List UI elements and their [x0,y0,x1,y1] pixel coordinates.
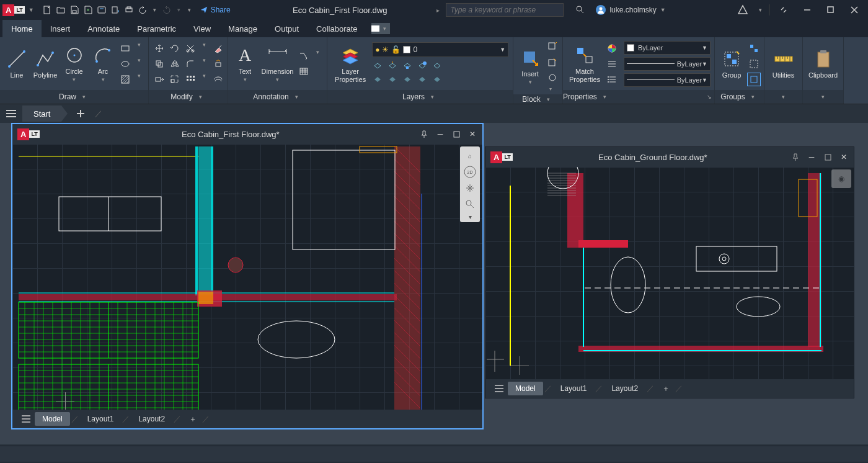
leader-icon[interactable] [297,49,311,63]
layer-make-current-icon[interactable] [417,60,428,71]
panel-block-footer[interactable]: Block ▾ [513,94,562,104]
panel-modify-footer[interactable]: Modify ▾ [149,90,228,104]
layout-tab-layout2[interactable]: Layout2 [131,412,172,426]
tab-insert[interactable]: Insert [42,20,79,37]
search-icon[interactable] [575,4,585,16]
layout-tab-layout1[interactable]: Layout1 [553,382,595,395]
pin-icon[interactable] [790,152,800,162]
window2-titlebar[interactable]: ALT Eco Cabin_Ground Floor.dwg* ─ ✕ [485,147,854,167]
ribbon-featured-apps[interactable]: ▾ [371,23,390,34]
text-button[interactable]: AText ▾ [232,43,258,84]
lines-icon[interactable] [605,57,619,71]
match-properties-button[interactable]: Match Properties [567,43,603,84]
hatch-dropdown[interactable]: ▾ [138,73,141,86]
layer-freeze-icon[interactable] [387,60,398,71]
group-bbox-icon[interactable] [747,73,761,86]
tab-annotate[interactable]: Annotate [79,20,128,37]
fillet-icon[interactable] [184,57,197,71]
drawing-window-1[interactable]: ALT Eco Cabin_First Floor.dwg* ─ ✕ [11,123,484,429]
filetab-menu-icon[interactable] [2,106,20,121]
minimize-icon[interactable]: ─ [807,152,817,162]
array-icon[interactable] [184,73,197,86]
open-web-icon[interactable] [95,4,108,16]
utilities-button[interactable]: Utilities [769,47,799,80]
layer-off-icon[interactable] [372,60,383,71]
undo-icon[interactable] [136,4,149,16]
explode-icon[interactable] [211,57,225,71]
hatch-icon[interactable] [118,73,132,86]
pin-icon[interactable] [419,129,429,139]
layout-tab-model[interactable]: Model [35,412,70,426]
maximize-icon[interactable] [451,129,461,139]
move-icon[interactable] [153,42,166,55]
filetab-start[interactable]: Start [22,106,61,122]
drawing-window-2[interactable]: ALT Eco Cabin_Ground Floor.dwg* ─ ✕ [485,146,854,398]
layout-menu-icon[interactable] [490,381,508,396]
rotate-icon[interactable] [168,42,182,55]
layer-unlock-icon[interactable] [402,74,413,85]
tab-view[interactable]: View [185,20,219,37]
window1-titlebar[interactable]: ALT Eco Cabin_First Floor.dwg* ─ ✕ [12,124,482,144]
layer-lock-icon[interactable] [402,60,413,71]
layout-menu-icon[interactable] [17,411,35,426]
panel-clipboard-footer[interactable]: ▾ [803,90,843,104]
compass-icon[interactable]: ◉ [834,171,849,186]
share-button[interactable]: Share [200,6,231,14]
expand-icon[interactable] [773,1,795,19]
tab-manage[interactable]: Manage [219,20,266,37]
navbar-2[interactable]: ◉ [831,169,851,188]
qat-customize-dropdown[interactable]: ▾ [188,7,191,13]
panel-groups-footer[interactable]: Groups ▾ [715,90,764,104]
scale-icon[interactable] [168,73,182,86]
search-input[interactable] [446,3,564,17]
maximize-icon[interactable] [823,152,833,162]
window1-canvas[interactable]: ⌂ 2D ▾ [12,144,482,410]
dimension-button[interactable]: Dimension ▾ [260,43,294,84]
window2-canvas[interactable]: ◉ [485,167,854,379]
new-icon[interactable] [41,4,53,16]
open-icon[interactable] [55,4,67,16]
layout-tab-layout1[interactable]: Layout1 [80,412,122,426]
tab-output[interactable]: Output [266,20,308,37]
pan-icon[interactable] [463,181,477,196]
layer-properties-button[interactable]: Layer Properties [331,43,370,84]
search-expand-icon[interactable]: ▸ [436,7,440,14]
ellipse-dropdown[interactable]: ▾ [138,57,141,71]
arc-button[interactable]: Arc ▾ [90,43,116,84]
maximize-button[interactable] [820,1,842,19]
plot-icon[interactable] [123,4,135,16]
rectangle-icon[interactable] [118,42,132,55]
offset-icon[interactable] [211,73,225,86]
tab-parametric[interactable]: Parametric [128,20,185,37]
close-icon[interactable]: ✕ [839,152,849,162]
layer-thaw-icon[interactable] [387,74,398,85]
layout-new-icon[interactable]: ＋ [185,411,201,427]
compass-icon[interactable]: 2D [463,164,477,179]
rectangle-dropdown[interactable]: ▾ [138,42,141,55]
group-button[interactable]: Group [719,47,745,80]
insert-block-button[interactable]: Insert ▾ [517,45,543,87]
layer-on-icon[interactable] [417,74,428,85]
clipboard-button[interactable]: Clipboard [807,47,839,80]
panel-annotation-footer[interactable]: Annotation ▾ [228,90,327,104]
layout-new-icon[interactable]: ＋ [658,380,674,397]
lineweight-dropdown[interactable]: ByLayer▼ [624,57,711,71]
close-icon[interactable]: ✕ [467,129,477,139]
tab-collaborate[interactable]: Collaborate [308,20,366,37]
user-menu[interactable]: luke.cholmsky ▼ [596,5,669,15]
mirror-icon[interactable] [168,57,182,71]
navbar-1[interactable]: ⌂ 2D ▾ [460,146,480,222]
trim-icon[interactable] [184,42,197,55]
save-web-icon[interactable] [109,4,122,16]
command-line[interactable] [0,446,868,462]
edit-attr-icon[interactable] [546,71,559,84]
ellipse-icon[interactable] [118,57,132,71]
home-icon[interactable]: ⌂ [463,148,477,163]
linetype-dropdown[interactable]: ByLayer▼ [624,73,711,87]
undo-dropdown[interactable]: ▾ [153,7,156,13]
zoom-icon[interactable] [463,197,477,212]
layer-dropdown[interactable]: ● ☀ 🔓 0 ▼ [372,42,508,57]
panel-layers-footer[interactable]: Layers ▾ [327,90,513,104]
layout-tab-model[interactable]: Model [508,382,543,395]
circle-button[interactable]: Circle ▾ [61,43,87,84]
